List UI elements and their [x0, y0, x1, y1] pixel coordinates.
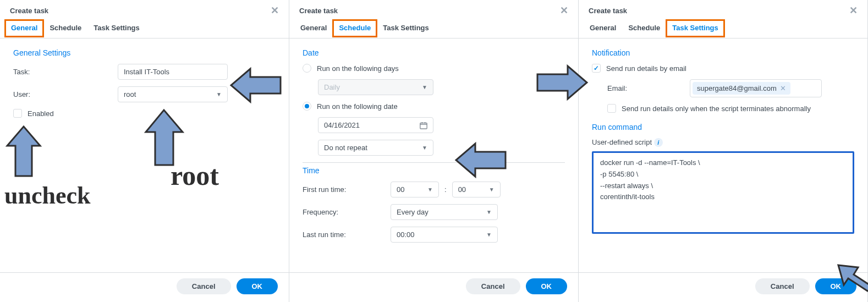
date-value: 04/16/2021: [324, 121, 360, 129]
info-icon[interactable]: i: [654, 138, 663, 147]
section-time: Time: [303, 166, 565, 175]
tab-strip: General Schedule Task Settings: [289, 19, 578, 39]
chevron-down-icon: ▼: [216, 91, 222, 97]
section-general-settings: General Settings: [13, 48, 276, 57]
user-value: root: [124, 90, 136, 98]
tab-schedule[interactable]: Schedule: [48, 19, 83, 37]
last-run-select[interactable]: 00:00 ▼: [391, 227, 498, 243]
window-schedule: Create task ✕ General Schedule Task Sett…: [289, 0, 579, 302]
ok-button[interactable]: OK: [237, 278, 278, 294]
section-notification: Notification: [592, 48, 854, 57]
script-textarea[interactable]: docker run -d --name=IT-Tools \ -p 5545:…: [592, 151, 854, 234]
window-title: Create task: [299, 7, 338, 15]
enabled-label: Enabled: [28, 109, 54, 118]
ok-button[interactable]: OK: [526, 278, 568, 294]
close-icon[interactable]: ✕: [560, 6, 568, 15]
chevron-down-icon: ▼: [486, 209, 492, 215]
panel-body: Notification Send run details by email E…: [579, 39, 867, 272]
task-label: Task:: [13, 68, 112, 76]
abnormal-label: Send run details only when the script te…: [622, 105, 811, 113]
send-details-label: Send run details by email: [606, 64, 686, 73]
svg-rect-0: [420, 123, 427, 129]
footer: Cancel OK: [579, 272, 867, 302]
tab-task-settings[interactable]: Task Settings: [667, 20, 724, 36]
first-run-min-select[interactable]: 00 ▼: [452, 182, 501, 197]
user-select[interactable]: root ▼: [118, 86, 228, 102]
repeat-select[interactable]: Do not repeat ▼: [318, 140, 433, 156]
cancel-button[interactable]: Cancel: [466, 278, 520, 294]
ok-button[interactable]: OK: [815, 278, 857, 294]
user-label: User:: [13, 90, 112, 98]
tab-task-settings[interactable]: Task Settings: [382, 19, 430, 37]
tab-strip: General Schedule Task Settings: [0, 19, 289, 39]
email-value: supergate84@gmail.com: [697, 84, 777, 92]
footer: Cancel OK: [0, 272, 289, 302]
chevron-down-icon: ▼: [422, 84, 427, 90]
close-icon[interactable]: ✕: [271, 6, 279, 15]
section-run-command: Run command: [592, 123, 854, 131]
email-field[interactable]: supergate84@gmail.com ✕: [690, 79, 822, 97]
annotation-root: root: [171, 160, 219, 191]
section-date: Date: [303, 48, 565, 57]
days-value: Daily: [324, 83, 340, 91]
tab-general[interactable]: General: [299, 19, 328, 37]
window-title: Create task: [10, 7, 48, 15]
calendar-icon: [420, 122, 427, 129]
send-details-checkbox[interactable]: [592, 64, 601, 73]
chevron-down-icon: ▼: [489, 186, 495, 193]
panel-body: General Settings Task: User: root ▼ Enab…: [0, 39, 289, 272]
frequency-select[interactable]: Every day ▼: [391, 204, 498, 220]
tab-schedule[interactable]: Schedule: [333, 20, 376, 36]
first-run-hour-select[interactable]: 00 ▼: [391, 182, 439, 197]
titlebar: Create task ✕: [0, 0, 289, 19]
run-days-radio[interactable]: [303, 64, 311, 73]
tab-task-settings[interactable]: Task Settings: [92, 19, 141, 37]
chevron-down-icon: ▼: [422, 145, 427, 151]
task-input[interactable]: [118, 64, 228, 80]
titlebar: Create task ✕: [579, 0, 867, 19]
window-task-settings: Create task ✕ General Schedule Task Sett…: [579, 0, 868, 302]
days-select: Daily ▼: [318, 79, 433, 95]
titlebar: Create task ✕: [289, 0, 578, 19]
cancel-button[interactable]: Cancel: [177, 278, 231, 294]
tab-general[interactable]: General: [589, 19, 617, 37]
run-date-radio[interactable]: [303, 102, 311, 111]
last-run-label: Last run time:: [303, 230, 385, 239]
cancel-button[interactable]: Cancel: [755, 278, 810, 294]
repeat-value: Do not repeat: [324, 144, 367, 152]
close-icon[interactable]: ✕: [849, 6, 858, 15]
run-days-label: Run on the following days: [317, 64, 399, 73]
annotation-uncheck: uncheck: [4, 182, 90, 210]
email-chip: supergate84@gmail.com ✕: [693, 82, 790, 95]
tab-strip: General Schedule Task Settings: [579, 19, 867, 39]
script-label: User-defined script: [592, 138, 652, 146]
abnormal-checkbox[interactable]: [607, 104, 616, 113]
footer: Cancel OK: [289, 272, 578, 302]
tab-schedule[interactable]: Schedule: [627, 19, 661, 37]
window-general: Create task ✕ General Schedule Task Sett…: [0, 0, 289, 302]
window-title: Create task: [589, 7, 627, 15]
date-input[interactable]: 04/16/2021: [318, 117, 433, 133]
tab-general[interactable]: General: [6, 20, 43, 36]
panel-body: Date Run on the following days Daily ▼ R…: [289, 39, 578, 272]
first-run-label: First run time:: [303, 185, 385, 194]
enabled-checkbox[interactable]: [13, 109, 22, 118]
chevron-down-icon: ▼: [427, 186, 433, 193]
chevron-down-icon: ▼: [486, 232, 492, 238]
remove-chip-icon[interactable]: ✕: [780, 84, 786, 92]
frequency-label: Frequency:: [303, 208, 385, 216]
run-date-label: Run on the following date: [317, 102, 398, 111]
email-label: Email:: [607, 84, 684, 92]
